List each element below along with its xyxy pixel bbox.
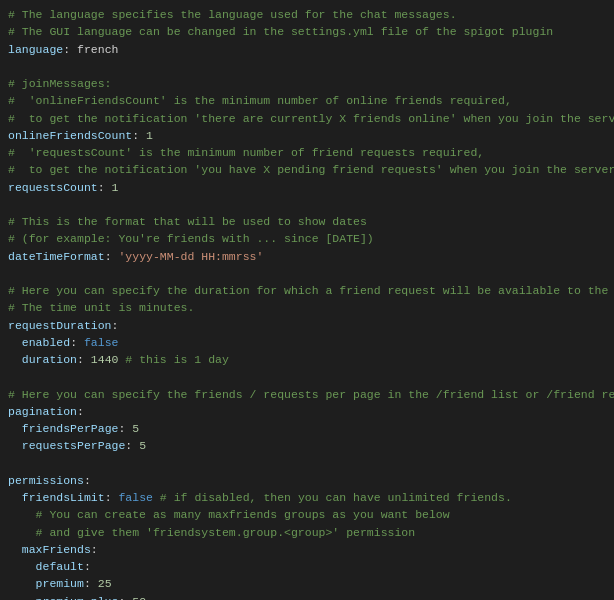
code-line-3 bbox=[8, 58, 606, 75]
code-line-12: # This is the format that will be used t… bbox=[8, 213, 606, 230]
code-line-30: # and give them 'friendsystem.group.<gro… bbox=[8, 524, 606, 541]
code-line-1: # The GUI language can be changed in the… bbox=[8, 23, 606, 40]
code-line-22: # Here you can specify the friends / req… bbox=[8, 386, 606, 403]
code-line-21 bbox=[8, 368, 606, 385]
code-line-31: maxFriends: bbox=[8, 541, 606, 558]
code-line-16: # Here you can specify the duration for … bbox=[8, 282, 606, 299]
code-line-19: enabled: false bbox=[8, 334, 606, 351]
code-line-15 bbox=[8, 265, 606, 282]
code-line-0: # The language specifies the language us… bbox=[8, 6, 606, 23]
code-line-13: # (for example: You're friends with ... … bbox=[8, 230, 606, 247]
code-line-34: premium_plus: 50 bbox=[8, 593, 606, 601]
code-line-28: friendsLimit: false # if disabled, then … bbox=[8, 489, 606, 506]
code-line-18: requestDuration: bbox=[8, 317, 606, 334]
code-line-14: dateTimeFormat: 'yyyy-MM-dd HH:mmrss' bbox=[8, 248, 606, 265]
code-line-11 bbox=[8, 196, 606, 213]
code-line-24: friendsPerPage: 5 bbox=[8, 420, 606, 437]
code-line-20: duration: 1440 # this is 1 day bbox=[8, 351, 606, 368]
code-line-32: default: bbox=[8, 558, 606, 575]
code-line-25: requestsPerPage: 5 bbox=[8, 437, 606, 454]
code-editor: # The language specifies the language us… bbox=[8, 6, 606, 600]
code-line-6: # to get the notification 'there are cur… bbox=[8, 110, 606, 127]
code-line-23: pagination: bbox=[8, 403, 606, 420]
code-line-29: # You can create as many maxfriends grou… bbox=[8, 506, 606, 523]
code-line-2: language: french bbox=[8, 41, 606, 58]
code-line-9: # to get the notification 'you have X pe… bbox=[8, 161, 606, 178]
code-line-10: requestsCount: 1 bbox=[8, 179, 606, 196]
code-line-26 bbox=[8, 455, 606, 472]
code-line-27: permissions: bbox=[8, 472, 606, 489]
code-line-8: # 'requestsCount' is the minimum number … bbox=[8, 144, 606, 161]
code-line-7: onlineFriendsCount: 1 bbox=[8, 127, 606, 144]
code-line-17: # The time unit is minutes. bbox=[8, 299, 606, 316]
code-line-5: # 'onlineFriendsCount' is the minimum nu… bbox=[8, 92, 606, 109]
code-line-4: # joinMessages: bbox=[8, 75, 606, 92]
code-line-33: premium: 25 bbox=[8, 575, 606, 592]
